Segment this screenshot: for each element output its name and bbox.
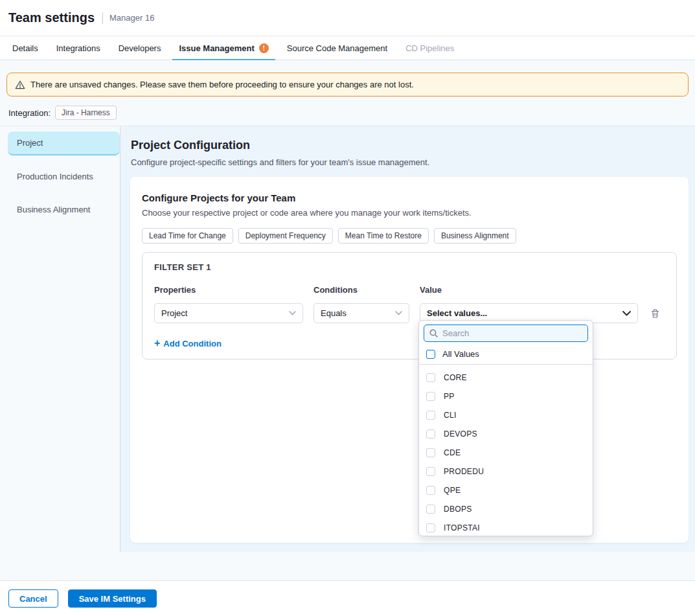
dropdown-search-field[interactable] bbox=[424, 325, 588, 342]
page-title: Team settings bbox=[8, 10, 95, 25]
tab-integrations[interactable]: Integrations bbox=[47, 36, 109, 60]
card-subtitle: Choose your respective project or code a… bbox=[142, 208, 677, 218]
column-header-value: Value bbox=[420, 285, 665, 295]
option-checkbox[interactable] bbox=[426, 448, 435, 457]
dropdown-search-wrap bbox=[419, 321, 593, 346]
option-checkbox[interactable] bbox=[426, 523, 435, 532]
option-cli[interactable]: CLI bbox=[419, 405, 593, 424]
tab-cd-pipelines: CD Pipelines bbox=[396, 36, 463, 60]
option-itopstai[interactable]: ITOPSTAI bbox=[419, 518, 593, 536]
title-divider bbox=[102, 12, 103, 24]
chip-mean-time-to-restore[interactable]: Mean Time to Restore bbox=[338, 228, 429, 244]
tab-source-code-management[interactable]: Source Code Management bbox=[278, 36, 396, 60]
unsaved-changes-banner: There are unsaved changes. Please save t… bbox=[6, 73, 689, 97]
option-dbops[interactable]: DBOPS bbox=[419, 499, 593, 518]
metric-chips: Lead Time for Change Deployment Frequenc… bbox=[142, 228, 677, 244]
card-title: Configure Projects for your Team bbox=[142, 192, 677, 203]
option-prodedu[interactable]: PRODEDU bbox=[419, 462, 593, 481]
tab-bar: Details Integrations Developers Issue Ma… bbox=[0, 36, 695, 60]
search-icon bbox=[429, 329, 438, 337]
settings-sidebar: Project Production Incidents Business Al… bbox=[0, 126, 120, 552]
option-pp[interactable]: PP bbox=[419, 387, 593, 405]
app-header: Team settings Manager 16 bbox=[0, 0, 695, 36]
all-values-label: All Values bbox=[442, 349, 479, 359]
delete-condition-button[interactable] bbox=[650, 308, 660, 319]
sidebar-item-production-incidents[interactable]: Production Incidents bbox=[8, 165, 120, 188]
search-input[interactable] bbox=[442, 328, 582, 338]
tab-details[interactable]: Details bbox=[3, 36, 47, 60]
option-checkbox[interactable] bbox=[426, 429, 435, 439]
sidebar-item-project[interactable]: Project bbox=[8, 131, 120, 155]
option-checkbox[interactable] bbox=[426, 373, 435, 382]
integration-chip[interactable]: Jira - Harness bbox=[55, 106, 117, 120]
page-subtitle: Manager 16 bbox=[109, 13, 154, 23]
sidebar-item-business-alignment[interactable]: Business Alignment bbox=[8, 198, 120, 222]
action-footer: Cancel Save IM Settings bbox=[0, 580, 695, 616]
save-im-settings-button[interactable]: Save IM Settings bbox=[68, 589, 157, 608]
add-condition-label: Add Condition bbox=[163, 339, 222, 348]
page-body: There are unsaved changes. Please save t… bbox=[0, 60, 695, 580]
property-select[interactable]: Project bbox=[154, 303, 303, 323]
filter-set-1: FILTER SET 1 Properties Conditions Value… bbox=[142, 252, 677, 359]
option-checkbox[interactable] bbox=[426, 392, 435, 401]
option-checkbox[interactable] bbox=[426, 486, 435, 495]
integration-label: Integration: bbox=[8, 108, 51, 118]
chevron-down-icon bbox=[622, 311, 631, 316]
tab-issue-management[interactable]: Issue Management ! bbox=[170, 36, 277, 60]
project-option-list: CORE PP CLI DEVOPS CDE PRODEDU QPE DBOPS… bbox=[419, 365, 593, 536]
section-title: Project Configuration bbox=[131, 139, 695, 152]
warning-triangle-icon bbox=[15, 80, 25, 90]
main-panel: Project Configuration Configure project-… bbox=[120, 126, 695, 552]
chevron-down-icon bbox=[395, 311, 402, 315]
condition-select[interactable]: Equals bbox=[313, 303, 409, 323]
condition-select-value: Equals bbox=[321, 308, 347, 318]
value-dropdown-popup: All Values CORE PP CLI DEVOPS CDE PRODED… bbox=[418, 320, 593, 536]
chevron-down-icon bbox=[289, 311, 296, 315]
value-select-placeholder: Select values... bbox=[427, 308, 487, 318]
chip-deployment-frequency[interactable]: Deployment Frequency bbox=[238, 228, 333, 244]
option-checkbox[interactable] bbox=[426, 467, 435, 476]
tab-developers[interactable]: Developers bbox=[109, 36, 170, 60]
chip-business-alignment[interactable]: Business Alignment bbox=[434, 228, 516, 244]
chip-lead-time-for-change[interactable]: Lead Time for Change bbox=[142, 228, 233, 244]
integration-row: Integration: Jira - Harness bbox=[8, 106, 695, 120]
configure-projects-card: Configure Projects for your Team Choose … bbox=[130, 177, 689, 543]
unsaved-alert-badge-icon: ! bbox=[259, 43, 269, 53]
option-checkbox[interactable] bbox=[426, 411, 435, 420]
plus-icon: + bbox=[154, 338, 160, 348]
column-header-conditions: Conditions bbox=[313, 285, 420, 295]
cancel-button[interactable]: Cancel bbox=[8, 589, 58, 608]
select-all-values-row[interactable]: All Values bbox=[419, 346, 593, 364]
content-area: Project Production Incidents Business Al… bbox=[0, 126, 695, 552]
column-header-properties: Properties bbox=[154, 285, 313, 295]
banner-text: There are unsaved changes. Please save t… bbox=[30, 80, 414, 89]
filter-column-headers: Properties Conditions Value bbox=[154, 285, 665, 295]
trash-icon bbox=[650, 308, 660, 319]
option-devops[interactable]: DEVOPS bbox=[419, 424, 593, 443]
option-cde[interactable]: CDE bbox=[419, 443, 593, 462]
option-checkbox[interactable] bbox=[426, 505, 435, 514]
option-core[interactable]: CORE bbox=[419, 368, 593, 387]
filter-set-title: FILTER SET 1 bbox=[154, 262, 665, 272]
option-qpe[interactable]: QPE bbox=[419, 481, 593, 499]
all-values-checkbox[interactable] bbox=[426, 350, 435, 359]
add-condition-button[interactable]: + Add Condition bbox=[154, 338, 222, 348]
section-description: Configure project-specific settings and … bbox=[131, 157, 695, 167]
property-select-value: Project bbox=[161, 308, 187, 318]
